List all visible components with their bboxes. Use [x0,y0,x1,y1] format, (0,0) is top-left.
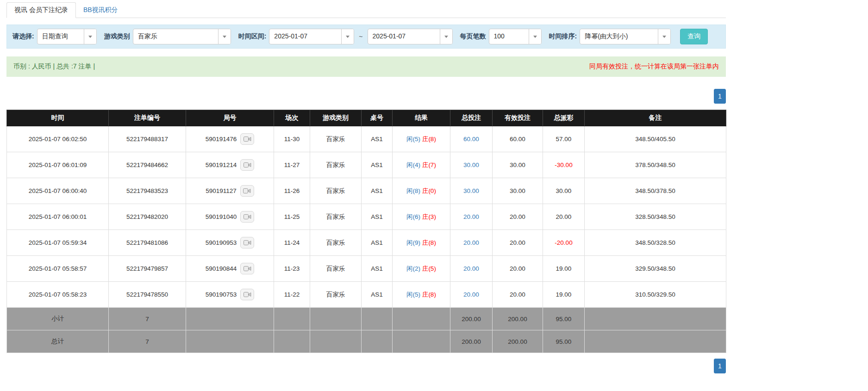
cell-remark: 348.50/328.50 [585,230,726,256]
table-row: 2025-01-07 06:00:01522179482020590191040… [7,204,726,230]
query-type-select[interactable]: 日期查询 [37,29,97,44]
cell-table-no: AS1 [362,152,393,178]
cell-total-bet: 20.00 [450,230,493,256]
cell-remark: 348.50/378.50 [585,178,726,204]
sort-order-select[interactable]: 降幂(由大到小) [580,29,671,44]
tab-bb-video-points[interactable]: BB视讯积分 [76,3,125,18]
cell-game-type: 百家乐 [310,178,362,204]
video-replay-icon[interactable] [240,211,254,223]
video-replay-icon[interactable] [240,289,254,300]
select-label: 请选择: [12,32,34,41]
sort-order-label: 时间排序: [549,32,577,41]
total-bet-link[interactable]: 30.00 [463,187,479,194]
total-bet-link[interactable]: 20.00 [463,291,479,298]
date-from-select[interactable]: 2025-01-07 [269,29,354,44]
cell-game-type: 百家乐 [310,204,362,230]
cell-table-no: AS1 [362,256,393,282]
cell-bet-id: 522179481086 [109,230,186,256]
cell-payout: 19.00 [543,256,585,282]
page-1-button[interactable]: 1 [714,359,726,373]
cell-game-type: 百家乐 [310,152,362,178]
empty-cell [186,330,274,353]
cell-session: 11-27 [274,152,310,178]
empty-cell [585,308,726,330]
payout-value: 30.00 [556,187,572,194]
cell-valid-bet: 20.00 [493,256,543,282]
cell-time: 2025-01-07 06:01:09 [7,152,109,178]
table-row: 2025-01-07 05:58:57522179479857590190844… [7,256,726,282]
total-bet-link[interactable]: 30.00 [463,161,479,168]
cell-valid-bet: 60.00 [493,126,543,152]
cell-session: 11-24 [274,230,310,256]
round-number: 590191476 [206,136,237,143]
page-1-button[interactable]: 1 [714,89,726,104]
total-bet-link[interactable]: 20.00 [463,265,479,272]
result-player: 闲(6) [406,213,420,220]
cell-payout: 19.00 [543,282,585,308]
video-replay-icon[interactable] [240,263,254,274]
round-number: 590191040 [206,213,237,220]
cell-total-bet: 60.00 [450,126,493,152]
date-to-select[interactable]: 2025-01-07 [368,29,453,44]
per-page-select[interactable]: 100 [489,29,542,44]
cell-session: 11-22 [274,282,310,308]
cell-payout: -20.00 [543,230,585,256]
cell-remark: 348.50/405.50 [585,126,726,152]
summary-warning-text: 同局有效投注，统一计算在该局第一张注单内 [589,62,719,71]
video-replay-icon[interactable] [240,237,254,248]
video-replay-icon[interactable] [240,185,254,197]
range-separator: ~ [359,33,362,40]
payout-value: -20.00 [555,239,572,246]
empty-cell [310,330,362,353]
grand-total-label: 总计 [7,330,109,353]
header-payout: 总派彩 [543,110,585,126]
result-banker: 庄(7) [422,161,436,168]
pagination-top: 1 [6,89,726,104]
total-bet-link[interactable]: 20.00 [463,213,479,220]
payout-value: 19.00 [556,265,572,272]
cell-total-bet: 20.00 [450,204,493,230]
empty-cell [274,330,310,353]
grand-total-payout: 95.00 [543,330,585,353]
round-number: 590190753 [206,291,237,298]
table-row: 2025-01-07 06:01:09522179484662590191214… [7,152,726,178]
cell-table-no: AS1 [362,230,393,256]
result-banker: 庄(0) [422,187,436,194]
pagination-bottom: 1 [6,359,726,373]
total-bet-link[interactable]: 60.00 [463,136,479,143]
search-button[interactable]: 查询 [680,29,708,44]
summary-bar: 币别 : 人民币 | 总共 :7 注单 | 同局有效投注，统一计算在该局第一张注… [6,56,726,77]
cell-table-no: AS1 [362,204,393,230]
subtotal-row: 小计 7 200.00 200.00 95.00 [7,308,726,330]
header-result: 结果 [393,110,450,126]
cell-payout: 57.00 [543,126,585,152]
total-bet-link[interactable]: 20.00 [463,239,479,246]
cell-result: 闲(4) 庄(7) [393,152,450,178]
cell-result: 闲(6) 庄(3) [393,204,450,230]
result-player: 闲(8) [406,187,420,194]
cell-remark: 378.50/348.50 [585,152,726,178]
table-row: 2025-01-07 06:02:50522179488317590191476… [7,126,726,152]
cell-result: 闲(8) 庄(0) [393,178,450,204]
empty-cell [362,308,393,330]
video-replay-icon[interactable] [240,159,254,171]
grand-total-row: 总计 7 200.00 200.00 95.00 [7,330,726,353]
cell-bet-id: 522179478550 [109,282,186,308]
cell-round: 590190753 [186,282,274,308]
tab-betting-records[interactable]: 视讯 会员下注纪录 [6,2,76,18]
game-type-select[interactable]: 百家乐 [133,29,231,44]
cell-time: 2025-01-07 06:00:40 [7,178,109,204]
cell-bet-id: 522179483523 [109,178,186,204]
empty-cell [393,308,450,330]
cell-bet-id: 522179479857 [109,256,186,282]
result-player: 闲(4) [406,161,420,168]
cell-game-type: 百家乐 [310,256,362,282]
cell-session: 11-26 [274,178,310,204]
grand-total-total-bet: 200.00 [450,330,493,353]
cell-remark: 329.50/348.50 [585,256,726,282]
empty-cell [274,308,310,330]
subtotal-label: 小计 [7,308,109,330]
video-replay-icon[interactable] [240,133,254,145]
query-type-value: 日期查询 [37,29,84,44]
cell-session: 11-25 [274,204,310,230]
